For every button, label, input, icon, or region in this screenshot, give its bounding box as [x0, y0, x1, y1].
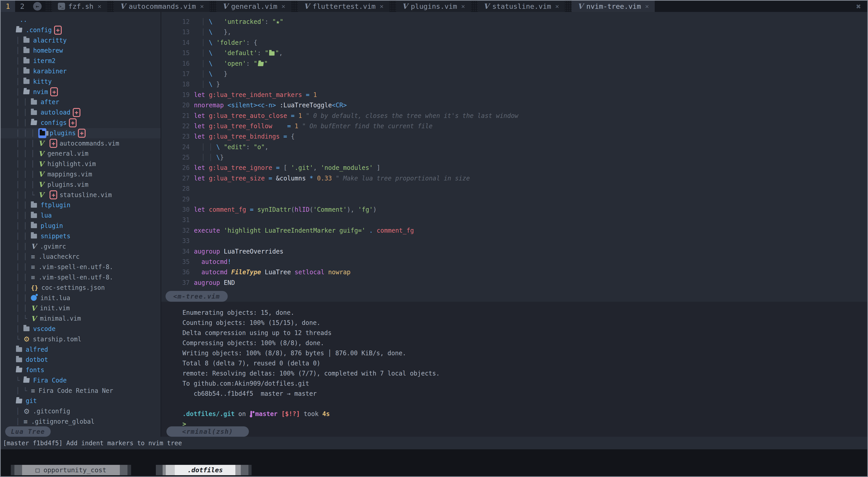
code-line[interactable]: 18 │ \ } — [161, 79, 867, 89]
code-line[interactable]: 35 autocmd! — [161, 257, 867, 267]
tree-item-plugin[interactable]: │ │ plugin — [1, 221, 161, 231]
tab-fluttertest.vim[interactable]: Vfluttertest.vim× — [298, 1, 390, 12]
code-line[interactable]: 16 │ \ 'open': "" — [161, 58, 867, 69]
code-token: { — [291, 133, 294, 140]
tree-item-.vim-spell-en.utf-8.[interactable]: │ │ ≡.vim-spell-en.utf-8. — [1, 262, 161, 272]
tree-item-alfred[interactable]: alfred — [1, 344, 161, 355]
tree-item-init.vim[interactable]: │ │ Vinit.vim — [1, 303, 161, 313]
tree-item-nvim[interactable]: │ nvim+ — [1, 87, 161, 97]
terminal-line: > — [182, 419, 867, 429]
tree-item-alacritty[interactable]: │ alacritty — [1, 35, 161, 46]
back-arrow-icon[interactable]: ← — [33, 2, 42, 10]
tab-close-icon[interactable]: × — [555, 2, 559, 10]
tree-item-autoload[interactable]: │ │ autoload+ — [1, 107, 161, 118]
tab-plugins.vim[interactable]: Vplugins.vim× — [396, 1, 471, 12]
tree-item-lua[interactable]: │ │ lua — [1, 210, 161, 221]
tree-item-kitty[interactable]: │ kitty — [1, 76, 161, 87]
tree-item-.vim-spell-en.utf-8.[interactable]: │ │ ≡.vim-spell-en.utf-8. — [1, 272, 161, 283]
tree-item-starship.toml[interactable]: └ ⚙starship.toml — [1, 334, 161, 344]
editor-buffer[interactable]: 12 │ \ 'untracked': "★"13 │ \ },14 │ \ '… — [161, 12, 867, 306]
tab-close-icon[interactable]: × — [281, 2, 285, 10]
tree-item-fonts[interactable]: fonts — [1, 365, 161, 375]
code-line[interactable]: 29 — [161, 194, 867, 204]
code-line[interactable]: 30let comment_fg = synIDattr(hlID('Comme… — [161, 204, 867, 215]
text-file-icon: ≡ — [31, 387, 35, 394]
code-token: To github.com:Akin909/dotfiles.git — [182, 380, 309, 387]
tree-item-dotbot[interactable]: dotbot — [1, 354, 161, 365]
tab-autocommands.vim[interactable]: Vautocommands.vim× — [114, 1, 210, 12]
code-line[interactable]: 32execute 'highlight LuaTreeIndentMarker… — [161, 225, 867, 236]
code-text: let comment_fg = synIDattr(hlID('Comment… — [194, 204, 377, 215]
tree-item-highlight.vim[interactable]: │ │ │ Vhighlight.vim — [1, 159, 161, 169]
tree-item-statusline.vim[interactable]: │ │ └ V+statusline.vim — [1, 190, 161, 200]
tab-nvim-tree.vim[interactable]: Vnvim-tree.vim× — [571, 1, 655, 12]
code-line[interactable]: 22let g:lua_tree_follow = 1 " On bufEnte… — [161, 121, 867, 131]
git-dirty-badge: + — [78, 129, 86, 138]
tab-general.vim[interactable]: Vgeneral.vim× — [216, 1, 291, 12]
tree-item-autocommands.vim[interactable]: │ │ │ V+autocommands.vim — [1, 138, 161, 149]
code-line[interactable]: 20nnoremap <silent><c-n> :LuaTreeToggle<… — [161, 100, 867, 110]
code-line[interactable]: 31 — [161, 215, 867, 225]
code-token: │ │ — [194, 154, 216, 161]
tree-item-.gitignore-global[interactable]: │ ≡.gitignore_global — [1, 416, 161, 427]
code-line[interactable]: 19let g:lua_tree_indent_markers = 1 — [161, 90, 867, 100]
tab-close-icon[interactable]: × — [461, 2, 465, 10]
tree-item-snippets[interactable]: │ │ snippets — [1, 231, 161, 241]
tree-item-karabiner[interactable]: │ karabiner — [1, 66, 161, 76]
tree-item-minimal.vim[interactable]: │ └ Vminimal.vim — [1, 313, 161, 324]
tab-close-icon[interactable]: × — [645, 2, 649, 10]
tree-item-git[interactable]: git — [1, 396, 161, 406]
tree-item-iterm2[interactable]: │ iterm2 — [1, 56, 161, 66]
close-all-icon[interactable]: ✖ — [856, 1, 867, 12]
code-line[interactable]: 21let g:lua_tree_auto_close = 1 " 0 by d… — [161, 110, 867, 121]
tmux-window-2[interactable]: .dotfiles — [156, 465, 252, 475]
code-line[interactable]: 15 │ \ 'default': "", — [161, 48, 867, 58]
tree-item-Fira-Code-Retina-Ner[interactable]: │ └ ≡Fira Code Retina Ner — [1, 386, 161, 396]
tree-item-homebrew[interactable]: │ homebrew — [1, 45, 161, 56]
workspace-2[interactable]: 2 — [15, 1, 30, 12]
code-token: │ — [194, 49, 209, 57]
code-line[interactable]: 17 │ \ } — [161, 69, 867, 79]
code-line[interactable]: 28 — [161, 183, 867, 194]
tree-item-.gitconfig[interactable]: │ ⚙.gitconfig — [1, 406, 161, 416]
tree-item-Fira-Code[interactable]: └ Fira Code — [1, 375, 161, 386]
tree-item-general.vim[interactable]: │ │ │ Vgeneral.vim — [1, 148, 161, 159]
code-line[interactable]: 24 │ │ \ "edit": "o", — [161, 142, 867, 152]
tree-item-.config[interactable]: .config+ — [1, 25, 161, 35]
code-line[interactable]: 34augroup LuaTreeOverrides — [161, 246, 867, 257]
code-line[interactable]: 13 │ \ }, — [161, 27, 867, 37]
tree-item-plugins.vim[interactable]: │ │ │ Vplugins.vim — [1, 179, 161, 190]
tab-close-icon[interactable]: × — [97, 2, 101, 10]
folder-icon — [16, 347, 22, 352]
code-line[interactable]: 25 │ │ \} — [161, 152, 867, 163]
tab-statusline.vim[interactable]: Vstatusline.vim× — [478, 1, 565, 12]
tab-close-icon[interactable]: × — [200, 2, 204, 10]
code-line[interactable]: 27let g:lua_tree_size = &columns * 0.33 … — [161, 173, 867, 183]
tmux-window-1[interactable]: □ opportunity_cost — [11, 465, 131, 475]
code-line[interactable]: 33 — [161, 236, 867, 246]
tree-item-.gvimrc[interactable]: │ │ V.gvimrc — [1, 241, 161, 252]
tree-item-init.lua[interactable]: │ │ init.lua — [1, 293, 161, 303]
tree-item-ftplugin[interactable]: │ │ ftplugin — [1, 200, 161, 210]
tab-fzf.sh[interactable]: >_fzf.sh× — [52, 1, 107, 12]
code-line[interactable]: 23let g:lua_tree_bindings = { — [161, 131, 867, 141]
workspace-1[interactable]: 1 — [1, 1, 15, 12]
tree-item-vscode[interactable]: │ vscode — [1, 324, 161, 334]
tree-item-..[interactable]: .. — [1, 14, 161, 25]
code-token: Delta compression using up to 12 threads — [182, 329, 332, 336]
code-line[interactable]: 26let g:lua_tree_ignore = [ '.git', 'nod… — [161, 163, 867, 173]
tree-item-configs[interactable]: │ │ configs+ — [1, 118, 161, 128]
code-line[interactable]: 14 │ \ 'folder': { — [161, 37, 867, 48]
code-line[interactable]: 12 │ \ 'untracked': "★" — [161, 16, 867, 27]
code-token — [261, 49, 265, 57]
tree-item-mappings.vim[interactable]: │ │ │ Vmappings.vim — [1, 169, 161, 179]
code-line[interactable]: 36 autocmd FileType LuaTree setlocal now… — [161, 267, 867, 277]
tree-item-coc-settings.json[interactable]: │ │ {}coc-settings.json — [1, 283, 161, 293]
code-text: │ \ } — [194, 69, 227, 79]
tree-item-plugins[interactable]: │ │ │ plugins+ — [1, 128, 161, 138]
tree-item-after[interactable]: │ │ after — [1, 97, 161, 107]
tab-close-icon[interactable]: × — [380, 2, 383, 10]
terminal-pane[interactable]: Enumerating objects: 15, done.Counting o… — [161, 302, 867, 443]
tree-item-.luacheckrc[interactable]: │ │ ≡.luacheckrc — [1, 251, 161, 262]
code-line[interactable]: 37augroup END — [161, 277, 867, 288]
